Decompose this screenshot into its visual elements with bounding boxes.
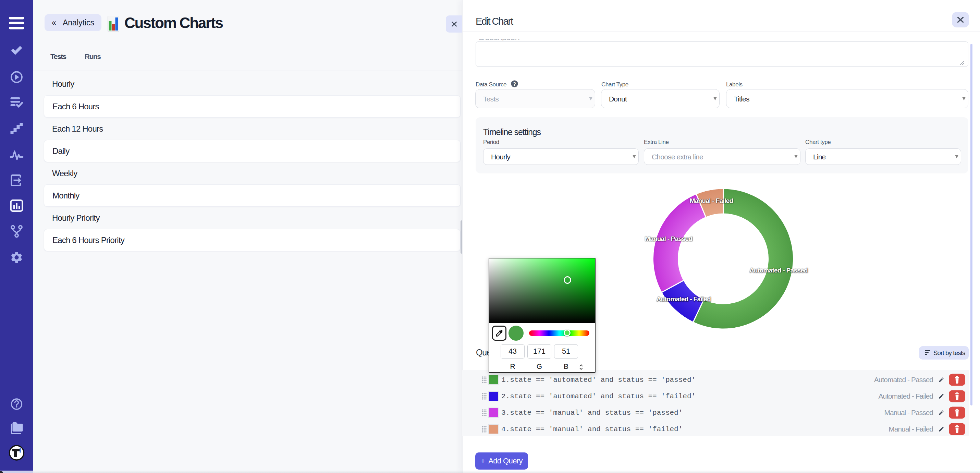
svg-text:?: ? [513,81,516,87]
